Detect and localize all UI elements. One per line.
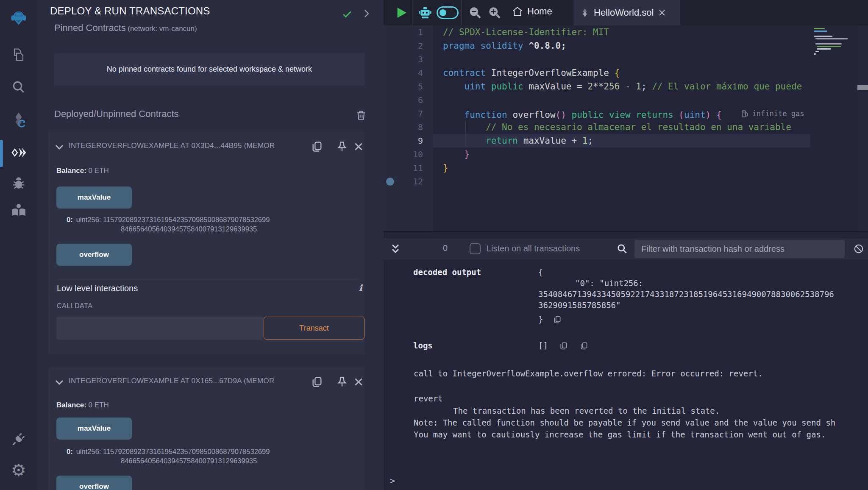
solidity-unit-testing-icon[interactable] [8, 200, 29, 220]
chevron-down-icon[interactable] [54, 377, 64, 387]
minimap-line [814, 28, 825, 29]
code-line[interactable]: pragma solidity ^0.8.0; [443, 39, 810, 53]
line-number[interactable]: 6 [384, 93, 433, 107]
close-contract-icon[interactable] [353, 141, 364, 152]
contract-card-header: INTEGEROVERFLOWEXAMPLE AT 0X165...67D9A … [48, 375, 364, 389]
code-line[interactable]: // SPDX-License-Identifier: MIT [443, 25, 810, 39]
deploy-run-icon[interactable] [8, 142, 29, 163]
code-line[interactable]: } [443, 148, 810, 161]
copilot-toggle[interactable] [437, 6, 459, 19]
remix-logo-icon[interactable] [8, 8, 29, 28]
maxvalue-call-button[interactable]: maxValue [56, 187, 132, 209]
no-pinned-contracts-alert: No pinned contracts found for selected w… [54, 53, 364, 86]
editor-gutter[interactable]: 123456789101112 [384, 25, 433, 231]
line-number[interactable]: 10 [384, 148, 433, 161]
revert-detail: The transaction has been reverted to the… [453, 406, 720, 415]
transaction-filter-input[interactable] [634, 240, 845, 258]
line-number[interactable]: 8 [384, 120, 433, 134]
run-script-play-icon[interactable] [395, 6, 408, 19]
minimap-line [817, 46, 841, 47]
breakpoint-dot[interactable] [386, 178, 394, 186]
decoded-output-value-1: 3540846713943345059221743318723185196453… [538, 290, 834, 299]
plugin-manager-icon[interactable] [8, 429, 29, 449]
line-number[interactable]: 9 [384, 134, 433, 148]
search-icon[interactable] [8, 77, 29, 97]
divider [57, 279, 359, 279]
code-editor[interactable]: 123456789101112 // SPDX-License-Identifi… [384, 25, 868, 231]
home-tab[interactable]: Home [512, 6, 552, 17]
solidity-file-icon [580, 8, 590, 17]
code-line[interactable]: function overflow() public view returns … [443, 107, 810, 120]
pin-contract-icon[interactable] [336, 376, 348, 388]
overflow-call-button[interactable]: overflow [56, 476, 132, 490]
zoom-in-icon[interactable] [488, 6, 501, 19]
maxvalue-call-button[interactable]: maxValue [56, 418, 132, 440]
ai-copilot-robot-icon[interactable] [418, 6, 432, 19]
settings-gear-icon[interactable]: ⚙ [8, 460, 29, 480]
tab-helloworld-sol[interactable]: HelloWorld.sol [573, 0, 680, 25]
code-line[interactable] [443, 53, 810, 66]
copy-icon[interactable] [580, 342, 588, 350]
icon-rail: ⚙ [0, 0, 38, 490]
terminal-search-icon [617, 243, 628, 254]
toggle-knob [440, 9, 446, 16]
scrollbar-handle[interactable] [857, 85, 868, 90]
copy-icon[interactable] [559, 342, 568, 350]
transact-button[interactable]: Transact [264, 317, 364, 340]
minimap-line [815, 38, 848, 39]
transaction-count-badge: 0 [443, 243, 448, 253]
file-explorer-icon[interactable] [8, 45, 29, 65]
minimap-line [814, 36, 832, 37]
minimap[interactable] [810, 25, 857, 231]
call-error-line: call to IntegerOverflowExample.overflow … [414, 369, 763, 378]
code-line[interactable]: return maxValue + 1; [443, 134, 810, 148]
pin-contract-icon[interactable] [336, 141, 348, 153]
code-line[interactable] [443, 175, 810, 188]
close-tab-icon[interactable] [658, 8, 666, 17]
decoded-output-key: "0": "uint256: [575, 278, 643, 288]
code-line[interactable]: contract IntegerOverflowExample { [443, 66, 810, 80]
editor-code[interactable]: // SPDX-License-Identifier: MITpragma so… [443, 25, 810, 188]
debugger-icon[interactable] [8, 173, 29, 193]
calldata-input[interactable] [56, 317, 264, 340]
deployed-contracts-heading: Deployed/Unpinned Contracts [54, 109, 179, 120]
line-number[interactable]: 1 [384, 25, 433, 39]
line-number[interactable]: 2 [384, 39, 433, 53]
low-level-interactions-title: Low level interactions [57, 284, 138, 293]
copy-address-icon[interactable] [311, 376, 323, 388]
terminal-collapse-icon[interactable] [389, 243, 401, 255]
code-line[interactable]: uint public maxValue = 2**256 - 1; // El… [443, 80, 810, 93]
line-number[interactable]: 4 [384, 66, 433, 80]
editor-scrollbar[interactable] [857, 25, 868, 231]
gear-icon: ⚙ [11, 462, 26, 479]
balance-row: Balance: 0 ETH [56, 401, 109, 409]
solidity-compiler-icon[interactable] [8, 109, 29, 130]
pinned-contracts-heading: Pinned Contracts (network: vm-cancun) [54, 22, 197, 33]
decoded-output-value-2: 3629091585785856" [538, 301, 620, 310]
chevron-down-icon[interactable] [54, 142, 64, 152]
terminal-prompt[interactable]: > [390, 476, 395, 486]
copy-icon[interactable] [553, 315, 562, 324]
line-number[interactable]: 7 [384, 107, 433, 120]
copy-address-icon[interactable] [311, 141, 323, 153]
overflow-call-button[interactable]: overflow [56, 244, 132, 266]
clear-instances-trash-icon[interactable] [355, 109, 367, 121]
minimap-line [817, 48, 831, 50]
clear-console-ban-icon[interactable] [853, 243, 864, 254]
remix-ide: ⚙ DEPLOY & RUN TRANSACTIONS Pinned Contr… [0, 0, 868, 490]
zoom-out-icon[interactable] [468, 6, 482, 19]
code-line[interactable]: } [443, 161, 810, 175]
panel-expand-chevron-icon[interactable] [361, 8, 371, 19]
code-line[interactable]: // No es necesario almacenar el resultad… [443, 120, 810, 134]
close-contract-icon[interactable] [353, 376, 364, 387]
editor-toolbar: Home HelloWorld.sol [384, 0, 868, 25]
line-number[interactable]: 3 [384, 53, 433, 66]
deploy-run-panel: DEPLOY & RUN TRANSACTIONS Pinned Contrac… [37, 0, 384, 490]
info-icon[interactable]: i [359, 283, 362, 293]
line-number[interactable]: 5 [384, 80, 433, 93]
line-number[interactable]: 12 [384, 175, 433, 188]
line-number[interactable]: 11 [384, 161, 433, 175]
tab-label: HelloWorld.sol [594, 7, 654, 18]
code-line[interactable] [443, 93, 810, 107]
listen-all-transactions-checkbox[interactable] [470, 243, 481, 254]
